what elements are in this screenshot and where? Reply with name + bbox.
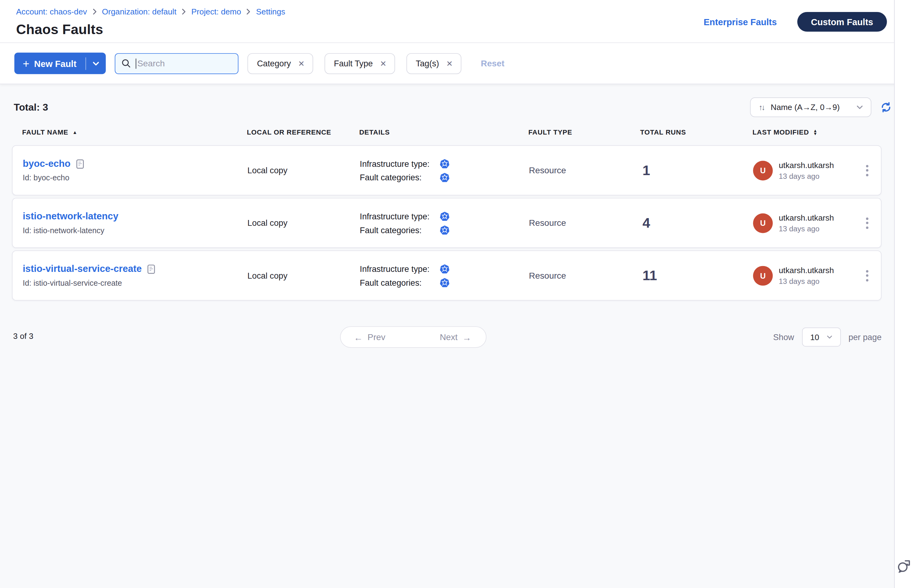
enterprise-faults-link[interactable]: Enterprise Faults	[703, 16, 777, 26]
close-icon[interactable]: ✕	[446, 60, 453, 67]
fault-id: Id: byoc-echo	[23, 173, 247, 182]
toolbar: + New Fault Category ✕ Fault Type ✕ Tag	[0, 43, 918, 84]
avatar[interactable]: U	[753, 160, 773, 180]
kubernetes-icon	[440, 172, 449, 182]
modified-by: utkarsh.utkarsh	[779, 266, 834, 275]
new-fault-dropdown-button[interactable]	[86, 53, 106, 74]
modified-by: utkarsh.utkarsh	[779, 160, 834, 169]
fault-type: Resource	[529, 218, 641, 228]
breadcrumb-project[interactable]: Project: demo	[191, 7, 241, 16]
column-last-modified[interactable]: LAST MODIFIED▲▼	[752, 128, 881, 136]
local-or-reference: Local copy	[247, 218, 360, 228]
chevron-down-icon	[857, 105, 863, 109]
sort-select[interactable]: ↑↓ Name (A→Z, 0→9)	[750, 97, 871, 117]
column-total-runs: TOTAL RUNS	[640, 128, 752, 136]
last-modified-cell: U utkarsh.utkarsh 13 days ago	[753, 213, 861, 233]
filter-tags[interactable]: Tag(s) ✕	[406, 53, 461, 74]
filter-label: Fault Type	[334, 59, 373, 68]
new-fault-button[interactable]: + New Fault	[15, 53, 86, 74]
kubernetes-icon	[440, 158, 449, 168]
modified-time: 13 days ago	[779, 277, 834, 285]
fault-type: Resource	[529, 271, 641, 280]
kubernetes-icon	[440, 225, 449, 234]
pagination-range: 3 of 3	[13, 332, 34, 341]
breadcrumb: Account: chaos-dev Organization: default…	[16, 7, 285, 16]
fault-id: Id: istio-network-latency	[23, 226, 247, 235]
filter-category[interactable]: Category ✕	[247, 53, 313, 74]
fault-name-link[interactable]: istio-network-latency	[23, 211, 118, 222]
column-fault-name[interactable]: FAULT NAME▲	[22, 128, 247, 136]
page-1-button[interactable]: 1	[397, 327, 428, 347]
refresh-button[interactable]	[880, 101, 892, 114]
page-size-select[interactable]: 10	[802, 328, 841, 347]
fault-row: istio-network-latency Id: istio-network-…	[12, 198, 881, 248]
filter-label: Tag(s)	[416, 59, 439, 68]
fault-doc-icon	[76, 158, 84, 169]
chevron-right-icon	[92, 8, 97, 15]
page-size-controls: Show 10 per page	[773, 326, 882, 348]
chevron-right-icon	[182, 8, 186, 15]
arrow-right-icon: →	[462, 332, 471, 342]
fault-categories-label: Fault categories:	[360, 225, 438, 234]
breadcrumb-account[interactable]: Account: chaos-dev	[16, 7, 87, 16]
filter-fault-type[interactable]: Fault Type ✕	[325, 53, 395, 74]
text-caret	[136, 58, 136, 68]
prev-page-button[interactable]: ←Prev	[341, 327, 397, 347]
top-bar: Account: chaos-dev Organization: default…	[0, 0, 918, 43]
chevron-down-icon	[826, 335, 832, 339]
close-icon[interactable]: ✕	[298, 60, 304, 67]
fault-categories-label: Fault categories:	[360, 278, 438, 287]
total-runs: 1	[640, 162, 753, 178]
breadcrumb-settings[interactable]: Settings	[256, 7, 285, 16]
fault-doc-icon	[147, 264, 155, 274]
next-page-button[interactable]: Next→	[428, 327, 486, 347]
kubernetes-icon	[440, 212, 449, 221]
fault-type: Resource	[529, 166, 641, 175]
kubernetes-icon	[440, 264, 449, 273]
row-menu-button[interactable]	[862, 267, 872, 285]
details-cell: Infrastructure type: Fault categories:	[360, 158, 529, 182]
last-modified-cell: U utkarsh.utkarsh 13 days ago	[753, 160, 861, 180]
refresh-icon	[880, 101, 892, 114]
filter-label: Category	[257, 59, 291, 68]
fault-rows: byoc-echo Id: byoc-echo Local copy Infra…	[12, 145, 881, 301]
chevron-down-icon	[92, 61, 99, 65]
avatar[interactable]: U	[753, 266, 773, 285]
sort-asc-icon: ▲	[73, 129, 78, 135]
search-input[interactable]	[137, 59, 232, 68]
modified-time: 13 days ago	[779, 172, 834, 180]
new-fault-label: New Fault	[34, 58, 76, 68]
reset-filters-button[interactable]: Reset	[481, 59, 504, 68]
chat-widget-icon[interactable]	[897, 558, 913, 577]
infrastructure-type-label: Infrastructure type:	[360, 264, 438, 273]
total-runs: 4	[640, 215, 753, 231]
column-details: DETAILS	[359, 128, 528, 136]
details-cell: Infrastructure type: Fault categories:	[360, 264, 529, 287]
custom-faults-button[interactable]: Custom Faults	[797, 12, 887, 31]
column-local-or-reference: LOCAL OR REFERENCE	[247, 128, 359, 136]
local-or-reference: Local copy	[247, 271, 360, 280]
show-label: Show	[773, 333, 794, 342]
close-icon[interactable]: ✕	[380, 60, 386, 67]
fault-categories-label: Fault categories:	[360, 172, 438, 182]
avatar[interactable]: U	[753, 213, 773, 233]
kubernetes-icon	[440, 278, 449, 287]
new-fault-split-button: + New Fault	[15, 53, 106, 74]
row-menu-button[interactable]	[862, 213, 872, 232]
chevron-right-icon	[246, 8, 251, 15]
breadcrumb-organization[interactable]: Organization: default	[102, 7, 176, 16]
fault-name-link[interactable]: byoc-echo	[23, 158, 71, 169]
chaos-faults-page: Account: chaos-dev Organization: default…	[0, 0, 918, 588]
row-menu-button[interactable]	[862, 161, 872, 179]
fault-name-link[interactable]: istio-virtual-service-create	[23, 263, 142, 275]
list-controls: Total: 3 ↑↓ Name (A→Z, 0→9)	[14, 97, 892, 117]
modified-by: utkarsh.utkarsh	[779, 213, 834, 222]
scrollbar-track[interactable]	[894, 0, 918, 588]
pagination: ←Prev 1 Next→	[340, 326, 486, 348]
fault-row: byoc-echo Id: byoc-echo Local copy Infra…	[12, 145, 881, 195]
search-icon	[121, 59, 131, 68]
sort-arrows-icon: ↑↓	[759, 103, 764, 112]
search-box[interactable]	[115, 53, 238, 74]
infrastructure-type-label: Infrastructure type:	[360, 212, 438, 221]
content-area: Total: 3 ↑↓ Name (A→Z, 0→9) FAULT NAME▲ …	[0, 84, 918, 588]
